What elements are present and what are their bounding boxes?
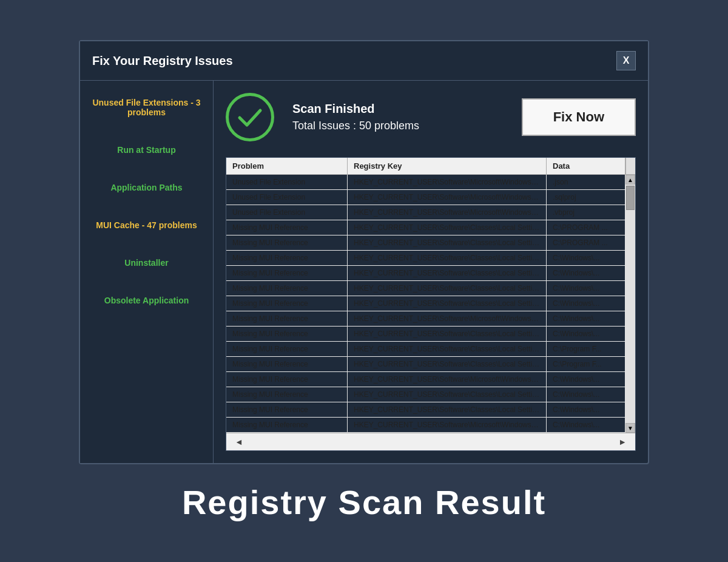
- table-cell-data: C:\Windows\...: [547, 266, 625, 280]
- table-cell-problem: Missing MUI Reference: [226, 357, 348, 371]
- table-cell-key: HKEY_CURRENT_USER\Software\Classes\Local…: [348, 220, 547, 235]
- scroll-thumb[interactable]: [626, 186, 635, 210]
- table-cell-key: HKEY_CURRENT_USER\Software\Microsoft\Win…: [348, 190, 547, 205]
- table-row[interactable]: Missing MUI ReferenceHKEY_CURRENT_USER\S…: [226, 342, 625, 357]
- table-cell-problem: Unused File Extension: [226, 190, 348, 205]
- table-cell-data: C:\Program F...: [547, 342, 625, 356]
- table-body: Unused File ExtensionHKEY_CURRENT_USER\S…: [226, 175, 625, 433]
- window-title: Fix Your Registry Issues: [92, 54, 233, 68]
- table-cell-data: C:\Windows\...: [547, 281, 625, 296]
- table-cell-key: HKEY_CURRENT_USER\Software\Microsoft\Win…: [348, 311, 547, 326]
- fix-now-button[interactable]: Fix Now: [522, 98, 636, 136]
- scan-status: Scan Finished: [292, 102, 419, 116]
- table-cell-problem: Missing MUI Reference: [226, 387, 348, 402]
- table-cell-problem: Missing MUI Reference: [226, 235, 348, 250]
- total-issues: Total Issues : 50 problems: [292, 120, 419, 132]
- table-cell-problem: Missing MUI Reference: [226, 402, 348, 417]
- table-cell-problem: Missing MUI Reference: [226, 266, 348, 280]
- table-cell-key: HKEY_CURRENT_USER\Software\Classes\Local…: [348, 357, 547, 371]
- checkmark-circle: [226, 93, 274, 141]
- page-title: Registry Scan Result: [182, 482, 546, 522]
- sidebar: Unused File Extensions - 3 problemsRun a…: [80, 81, 214, 463]
- table-cell-data: C:\Windows\...: [547, 296, 625, 311]
- table-row[interactable]: Missing MUI ReferenceHKEY_CURRENT_USER\S…: [226, 311, 625, 327]
- table-cell-problem: Missing MUI Reference: [226, 220, 348, 235]
- table-row[interactable]: Missing MUI ReferenceHKEY_CURRENT_USER\S…: [226, 281, 625, 296]
- table-cell-data: C:\Windows\...: [547, 402, 625, 417]
- table-row[interactable]: Missing MUI ReferenceHKEY_CURRENT_USER\S…: [226, 387, 625, 402]
- table-row[interactable]: Unused File ExtensionHKEY_CURRENT_USER\S…: [226, 190, 625, 205]
- table-cell-problem: Missing MUI Reference: [226, 281, 348, 296]
- table-row[interactable]: Unused File ExtensionHKEY_CURRENT_USER\S…: [226, 205, 625, 220]
- table-cell-data: C:\Program F...: [547, 357, 625, 371]
- scrollbar[interactable]: ▲ ▼: [625, 175, 635, 433]
- table-cell-data: C:\Windows\...: [547, 311, 625, 326]
- table-header: Problem Registry Key Data: [226, 158, 635, 175]
- sidebar-item-uninstaller[interactable]: Uninstaller: [80, 253, 213, 273]
- table-row[interactable]: Missing MUI ReferenceHKEY_CURRENT_USER\S…: [226, 372, 625, 387]
- table-cell-problem: Missing MUI Reference: [226, 311, 348, 326]
- scroll-left-button[interactable]: ◄: [231, 436, 247, 448]
- sidebar-item-mui-cache[interactable]: MUI Cache - 47 problems: [80, 215, 213, 235]
- table-cell-data: .json: [547, 175, 625, 189]
- table-cell-key: HKEY_CURRENT_USER\Software\Classes\Local…: [348, 251, 547, 265]
- table-cell-problem: Missing MUI Reference: [226, 327, 348, 341]
- table-cell-data: C:\Windows\...: [547, 418, 625, 432]
- table-cell-problem: Missing MUI Reference: [226, 418, 348, 432]
- sidebar-item-run-at-startup[interactable]: Run at Startup: [80, 140, 213, 160]
- table-row[interactable]: Missing MUI ReferenceHKEY_CURRENT_USER\S…: [226, 402, 625, 418]
- table-row[interactable]: Missing MUI ReferenceHKEY_CURRENT_USER\S…: [226, 296, 625, 311]
- title-bar: Fix Your Registry Issues X: [80, 41, 648, 81]
- table-cell-key: HKEY_CURRENT_USER\Software\Classes\Local…: [348, 235, 547, 250]
- table-cell-problem: Missing MUI Reference: [226, 342, 348, 356]
- table-cell-key: HKEY_CURRENT_USER\Software\Classes\Local…: [348, 327, 547, 341]
- scroll-down-button[interactable]: ▼: [625, 423, 635, 433]
- table-cell-problem: Unused File Extension: [226, 175, 348, 189]
- table-cell-problem: Unused File Extension: [226, 205, 348, 220]
- sidebar-item-obsolete-app[interactable]: Obsolete Application: [80, 291, 213, 310]
- table-cell-key: HKEY_CURRENT_USER\Software\Microsoft\Win…: [348, 175, 547, 189]
- table-row[interactable]: Missing MUI ReferenceHKEY_CURRENT_USER\S…: [226, 220, 625, 235]
- checkmark-icon: [235, 102, 265, 132]
- table-row[interactable]: Missing MUI ReferenceHKEY_CURRENT_USER\S…: [226, 327, 625, 342]
- col-problem: Problem: [226, 158, 348, 174]
- sidebar-item-application-paths[interactable]: Application Paths: [80, 178, 213, 197]
- table-cell-key: HKEY_CURRENT_USER\Software\Classes\Local…: [348, 281, 547, 296]
- table-row[interactable]: Unused File ExtensionHKEY_CURRENT_USER\S…: [226, 175, 625, 190]
- scroll-right-button[interactable]: ►: [615, 436, 630, 448]
- table-row[interactable]: Missing MUI ReferenceHKEY_CURRENT_USER\S…: [226, 235, 625, 251]
- sidebar-item-unused-file-ext[interactable]: Unused File Extensions - 3 problems: [80, 93, 213, 122]
- scan-info: Scan Finished Total Issues : 50 problems: [292, 102, 419, 132]
- table-cell-data: C:\Windows\...: [547, 387, 625, 402]
- content-area: Unused File Extensions - 3 problemsRun a…: [80, 81, 648, 463]
- table-row[interactable]: Missing MUI ReferenceHKEY_CURRENT_USER\S…: [226, 251, 625, 266]
- table-cell-problem: Missing MUI Reference: [226, 296, 348, 311]
- table-row[interactable]: Missing MUI ReferenceHKEY_CURRENT_USER\S…: [226, 418, 625, 433]
- table-cell-key: HKEY_CURRENT_USER\Software\Microsoft\Win…: [348, 418, 547, 432]
- table-row[interactable]: Missing MUI ReferenceHKEY_CURRENT_USER\S…: [226, 357, 625, 372]
- table-cell-key: HKEY_CURRENT_USER\Software\Classes\Local…: [348, 266, 547, 280]
- table-cell-key: HKEY_CURRENT_USER\Software\Microsoft\Win…: [348, 372, 547, 387]
- close-button[interactable]: X: [616, 51, 636, 70]
- table-cell-data: C:\PROGRAM ...: [547, 235, 625, 250]
- scan-header: Scan Finished Total Issues : 50 problems…: [226, 93, 636, 147]
- table-cell-data: C:\Windows\...: [547, 251, 625, 265]
- table-cell-key: HKEY_CURRENT_USER\Software\Classes\Local…: [348, 296, 547, 311]
- table-cell-key: HKEY_CURRENT_USER\Software\Microsoft\Win…: [348, 205, 547, 220]
- main-content: Scan Finished Total Issues : 50 problems…: [214, 81, 648, 463]
- table-cell-data: .vbproj: [547, 205, 625, 220]
- table-cell-data: .sqlproj: [547, 190, 625, 205]
- table-with-scrollbar: Unused File ExtensionHKEY_CURRENT_USER\S…: [226, 175, 635, 433]
- col-registry-key: Registry Key: [348, 158, 547, 174]
- table-footer: ◄ ►: [226, 433, 635, 450]
- table-cell-data: C:\Windows\...: [547, 327, 625, 341]
- scroll-up-button[interactable]: ▲: [625, 175, 635, 185]
- table-cell-key: HKEY_CURRENT_USER\Software\Classes\Local…: [348, 342, 547, 356]
- main-window: Fix Your Registry Issues X Unused File E…: [79, 40, 649, 464]
- table-row[interactable]: Missing MUI ReferenceHKEY_CURRENT_USER\S…: [226, 266, 625, 281]
- table-cell-key: HKEY_CURRENT_USER\Software\Classes\Local…: [348, 402, 547, 417]
- results-table-container: Problem Registry Key Data Unused File Ex…: [226, 157, 636, 451]
- table-cell-data: C:\PROGRAM ...: [547, 220, 625, 235]
- col-data: Data: [547, 158, 625, 174]
- table-cell-problem: Missing MUI Reference: [226, 251, 348, 265]
